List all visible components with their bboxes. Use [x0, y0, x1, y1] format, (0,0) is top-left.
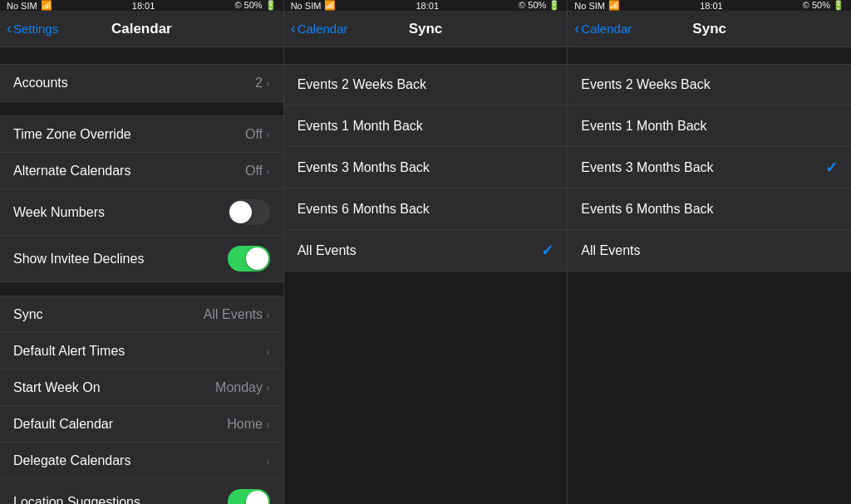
sync-list-1: Events 2 Weeks Back Events 1 Month Back …: [284, 64, 568, 272]
sync-panel-1: ‹ Calendar Sync Events 2 Weeks Back Even…: [284, 11, 568, 504]
battery-icon-2: © 50% 🔋: [519, 0, 560, 11]
sync-allevents-label-2: All Events: [581, 243, 640, 258]
spacer-top: [0, 51, 283, 64]
sync-1month-label-1: Events 1 Month Back: [298, 119, 423, 134]
sync-content-1: Events 2 Weeks Back Events 1 Month Back …: [284, 47, 568, 504]
calendar-nav-bar: ‹ Settings Calendar: [0, 11, 283, 47]
sync-allevents-2[interactable]: All Events: [568, 230, 851, 272]
battery-icon-3: © 50% 🔋: [803, 0, 844, 11]
back-chevron-icon-3: ‹: [574, 20, 579, 37]
sync-3months-1[interactable]: Events 3 Months Back: [284, 147, 568, 188]
sync-allevents-1[interactable]: All Events ✓: [284, 230, 568, 272]
start-week-value: Monday: [215, 380, 263, 395]
alternate-calendars-chevron-icon: ›: [266, 164, 270, 178]
location-suggestions-label: Location Suggestions: [13, 495, 140, 505]
start-week-chevron-icon: ›: [266, 381, 270, 394]
accounts-chevron-icon: ›: [266, 76, 270, 90]
time-3: 18:01: [700, 1, 723, 11]
start-week-on-item[interactable]: Start Week On Monday ›: [0, 369, 283, 406]
sync-3months-2[interactable]: Events 3 Months Back ✓: [568, 147, 851, 188]
sync-1month-2[interactable]: Events 1 Month Back: [568, 105, 851, 147]
sync-6months-label-2: Events 6 Months Back: [581, 202, 713, 217]
settings-back-button[interactable]: ‹ Settings: [7, 21, 58, 37]
default-calendar-value: Home: [227, 417, 263, 432]
sync-nav-bar-1: ‹ Calendar Sync: [284, 11, 568, 47]
wifi-icon-3: 📶: [608, 0, 620, 11]
week-numbers-toggle[interactable]: [228, 199, 270, 225]
back-chevron-icon-2: ‹: [291, 20, 296, 37]
delegate-chevron-icon: ›: [266, 454, 270, 467]
alternate-calendars-right: Off ›: [245, 164, 270, 179]
sync-6months-2[interactable]: Events 6 Months Back: [568, 188, 851, 230]
alternate-calendars-item[interactable]: Alternate Calendars Off ›: [0, 153, 283, 189]
accounts-label: Accounts: [13, 76, 68, 91]
start-week-label: Start Week On: [13, 380, 101, 395]
spacer-2: [0, 282, 283, 296]
time-2: 18:01: [416, 1, 439, 11]
sync-6months-1[interactable]: Events 6 Months Back: [284, 188, 568, 230]
sync-2weeks-label-2: Events 2 Weeks Back: [581, 77, 710, 92]
location-suggestions-item: Location Suggestions: [0, 479, 283, 504]
default-calendar-label: Default Calendar: [13, 417, 113, 432]
delegate-calendars-item[interactable]: Delegate Calendars ›: [0, 443, 283, 479]
sync-3months-label-1: Events 3 Months Back: [298, 160, 430, 175]
accounts-count: 2: [255, 76, 263, 91]
no-sim-label-1: No SIM: [7, 1, 37, 11]
alternate-calendars-label: Alternate Calendars: [13, 164, 130, 179]
sync-item[interactable]: Sync All Events ›: [0, 296, 283, 333]
back-label: Settings: [13, 22, 58, 36]
time-1: 18:01: [132, 1, 155, 11]
delegate-right: ›: [266, 454, 270, 467]
sync-allevents-checkmark-1: ✓: [541, 242, 553, 260]
sync-2weeks-1[interactable]: Events 2 Weeks Back: [284, 64, 568, 105]
accounts-group: Accounts 2 ›: [0, 64, 283, 102]
sync-panel-2: ‹ Calendar Sync Events 2 Weeks Back Even…: [568, 11, 851, 504]
sync-1month-label-2: Events 1 Month Back: [581, 119, 706, 134]
default-alert-label: Default Alert Times: [13, 344, 125, 359]
back-chevron-icon: ‹: [7, 20, 12, 37]
delegate-label: Delegate Calendars: [13, 453, 130, 468]
spacer-1: [0, 102, 283, 115]
default-calendar-chevron-icon: ›: [266, 418, 270, 431]
show-invitee-toggle[interactable]: [228, 246, 270, 272]
sync-back-label-2: Calendar: [581, 22, 632, 36]
default-alert-right: ›: [266, 345, 270, 358]
status-panel-2: No SIM 📶 18:01 © 50% 🔋: [284, 0, 568, 11]
sync-title-2: Sync: [692, 21, 726, 37]
week-numbers-item: Week Numbers: [0, 189, 283, 236]
week-numbers-toggle-thumb: [229, 201, 252, 223]
accounts-item[interactable]: Accounts 2 ›: [0, 65, 283, 101]
sync-back-button-1[interactable]: ‹ Calendar: [291, 21, 348, 37]
calendar-title: Calendar: [111, 21, 172, 37]
sync-nav-bar-2: ‹ Calendar Sync: [568, 11, 851, 47]
location-toggle-thumb: [246, 491, 268, 504]
sync-content-2: Events 2 Weeks Back Events 1 Month Back …: [568, 47, 851, 504]
sync-spacer-top-1: [284, 51, 568, 64]
wifi-icon-1: 📶: [41, 0, 52, 11]
sync-spacer-top-2: [568, 51, 851, 64]
show-invitee-label: Show Invitee Declines: [13, 252, 144, 267]
time-zone-chevron-icon: ›: [266, 128, 270, 141]
sync-label: Sync: [13, 307, 43, 322]
time-zone-override-item[interactable]: Time Zone Override Off ›: [0, 116, 283, 153]
alternate-calendars-value: Off: [245, 164, 263, 179]
default-alert-times-item[interactable]: Default Alert Times ›: [0, 333, 283, 369]
sync-back-button-2[interactable]: ‹ Calendar: [574, 21, 632, 37]
sync-list-2: Events 2 Weeks Back Events 1 Month Back …: [568, 64, 851, 272]
default-calendar-item[interactable]: Default Calendar Home ›: [0, 406, 283, 443]
show-invitee-toggle-thumb: [246, 247, 268, 270]
sync-1month-1[interactable]: Events 1 Month Back: [284, 105, 568, 147]
accounts-right: 2 ›: [255, 76, 270, 91]
sync-3months-label-2: Events 3 Months Back: [581, 160, 713, 175]
show-invitee-declines-item: Show Invitee Declines: [0, 236, 283, 281]
sync-3months-checkmark-2: ✓: [825, 159, 838, 177]
sync-title-1: Sync: [409, 21, 443, 37]
location-toggle[interactable]: [228, 489, 270, 504]
battery-icon-1: © 50% 🔋: [234, 0, 276, 11]
sync-value: All Events: [204, 307, 263, 322]
sync-back-label-1: Calendar: [298, 22, 348, 36]
status-panel-3: No SIM 📶 18:01 © 50% 🔋: [568, 0, 851, 11]
default-calendar-right: Home ›: [227, 417, 269, 432]
time-zone-label: Time Zone Override: [13, 127, 131, 142]
sync-2weeks-2[interactable]: Events 2 Weeks Back: [568, 64, 851, 105]
